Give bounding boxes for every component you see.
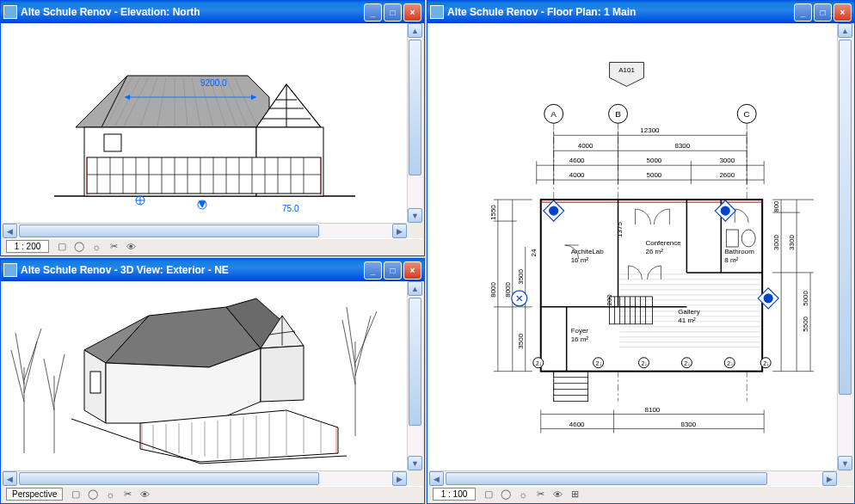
svg-line-57 <box>24 329 41 380</box>
floorplan-titlebar[interactable]: Alte Schule Renov - Floor Plan: 1 Main _… <box>428 1 854 23</box>
svg-line-65 <box>355 311 377 363</box>
svg-text:Bathroom: Bathroom <box>724 248 754 255</box>
svg-text:26 m²: 26 m² <box>645 248 663 255</box>
scroll-right-button[interactable]: ▶ <box>392 224 407 238</box>
svg-text:12300: 12300 <box>640 126 660 134</box>
scroll-left-button[interactable]: ◀ <box>3 224 17 238</box>
hscrollbar[interactable]: ◀ ▶ <box>429 470 837 486</box>
svg-text:B: B <box>615 109 621 119</box>
svg-text:C: C <box>744 109 750 119</box>
close-button[interactable]: × <box>403 261 421 280</box>
svg-line-60 <box>54 354 65 402</box>
svg-line-54 <box>11 350 24 402</box>
scroll-right-button[interactable]: ▶ <box>822 471 837 486</box>
svg-text:3500: 3500 <box>517 333 525 348</box>
svg-text:2↓: 2↓ <box>763 360 769 366</box>
crop-icon[interactable]: ✂ <box>121 489 133 501</box>
svg-text:2↓: 2↓ <box>536 360 542 366</box>
vscrollbar[interactable]: ▲ ▼ <box>407 281 422 470</box>
svg-text:2↓: 2↓ <box>727 360 733 366</box>
floorplan-statusbar: 1 : 100 ▢ ◯ ☼ ✂ 👁 ⊞ <box>429 486 852 501</box>
threed-viewport[interactable] <box>3 281 407 470</box>
minimize-button[interactable]: _ <box>364 3 382 22</box>
model-graphics-icon[interactable]: ▢ <box>483 489 495 501</box>
threed-window: Alte Schule Renov - 3D View: Exterior - … <box>0 258 425 504</box>
elevation-dim-level: 75.0 <box>282 204 298 213</box>
vscrollbar[interactable]: ▲ ▼ <box>837 23 852 470</box>
model-graphics-icon[interactable]: ▢ <box>56 241 68 253</box>
elevation-title: Alte Schule Renov - Elevation: North <box>21 6 364 18</box>
model-graphics-icon[interactable]: ▢ <box>70 489 82 501</box>
svg-line-59 <box>44 359 54 410</box>
elevation-viewport[interactable]: 9200.0 75.0 <box>3 23 407 223</box>
svg-text:5000: 5000 <box>802 290 809 305</box>
scroll-right-button[interactable]: ▶ <box>392 471 407 486</box>
reveal-icon[interactable]: ⊞ <box>569 489 581 501</box>
svg-text:2↓: 2↓ <box>641 360 647 366</box>
shadows-icon[interactable]: ☼ <box>104 489 116 501</box>
floorplan-scale[interactable]: 1 : 100 <box>433 488 476 501</box>
svg-text:800: 800 <box>772 200 780 212</box>
scroll-left-button[interactable]: ◀ <box>3 471 17 486</box>
svg-text:16 m²: 16 m² <box>571 256 589 264</box>
app-icon <box>3 263 17 277</box>
hidden-line-icon[interactable]: ◯ <box>500 489 512 501</box>
scroll-up-button[interactable]: ▲ <box>408 23 422 38</box>
crop-icon[interactable]: ✂ <box>534 489 546 501</box>
svg-marker-50 <box>199 201 206 207</box>
elevation-dim-width: 9200.0 <box>200 78 227 88</box>
hidden-line-icon[interactable]: ◯ <box>73 241 85 253</box>
svg-text:16 m²: 16 m² <box>571 335 589 343</box>
minimize-button[interactable]: _ <box>794 3 812 22</box>
scroll-left-button[interactable]: ◀ <box>429 471 444 486</box>
app-icon <box>430 5 444 19</box>
minimize-button[interactable]: _ <box>364 261 382 280</box>
svg-text:5500: 5500 <box>802 316 809 331</box>
elevation-titlebar[interactable]: Alte Schule Renov - Elevation: North _ □… <box>1 1 424 23</box>
svg-text:41 m²: 41 m² <box>678 317 696 324</box>
threed-statusbar: Perspective ▢ ◯ ☼ ✂ 👁 <box>3 486 422 501</box>
scroll-down-button[interactable]: ▼ <box>838 456 852 470</box>
vscrollbar[interactable]: ▲ ▼ <box>407 23 422 223</box>
svg-text:3000: 3000 <box>772 235 780 250</box>
threed-titlebar[interactable]: Alte Schule Renov - 3D View: Exterior - … <box>1 259 424 281</box>
threed-title: Alte Schule Renov - 3D View: Exterior - … <box>21 264 364 276</box>
svg-text:Conference: Conference <box>645 239 681 247</box>
hide-icon[interactable]: 👁 <box>551 489 563 501</box>
svg-text:8000: 8000 <box>489 281 497 297</box>
scroll-down-button[interactable]: ▼ <box>408 208 422 223</box>
scroll-up-button[interactable]: ▲ <box>408 281 422 296</box>
floorplan-title: Alte Schule Renov - Floor Plan: 1 Main <box>447 6 794 18</box>
elevation-statusbar: 1 : 200 ▢ ◯ ☼ ✂ 👁 <box>3 238 422 254</box>
hide-icon[interactable]: 👁 <box>125 241 137 253</box>
svg-text:3300: 3300 <box>788 235 796 250</box>
svg-text:24: 24 <box>530 249 538 256</box>
hscrollbar[interactable]: ◀ ▶ <box>3 470 407 486</box>
crop-icon[interactable]: ✂ <box>108 241 120 253</box>
scroll-down-button[interactable]: ▼ <box>408 456 422 470</box>
close-button[interactable]: × <box>403 3 421 22</box>
svg-marker-1 <box>76 76 269 127</box>
hidden-line-icon[interactable]: ◯ <box>87 489 99 501</box>
svg-text:4600: 4600 <box>569 421 585 428</box>
maximize-button[interactable]: □ <box>384 3 402 22</box>
svg-text:2↓: 2↓ <box>684 360 690 366</box>
svg-text:4000: 4000 <box>578 142 594 150</box>
threed-mode[interactable]: Perspective <box>6 488 63 501</box>
shadows-icon[interactable]: ☼ <box>517 489 529 501</box>
svg-text:5000: 5000 <box>647 157 662 164</box>
hscrollbar[interactable]: ◀ ▶ <box>3 223 407 238</box>
svg-line-64 <box>347 307 355 367</box>
maximize-button[interactable]: □ <box>384 261 402 280</box>
floorplan-window: Alte Schule Renov - Floor Plan: 1 Main _… <box>427 0 855 504</box>
shadows-icon[interactable]: ☼ <box>90 241 102 253</box>
svg-point-215 <box>721 206 729 215</box>
elevation-scale[interactable]: 1 : 200 <box>6 240 49 253</box>
svg-text:3000: 3000 <box>719 157 735 164</box>
scroll-up-button[interactable]: ▲ <box>838 23 852 38</box>
maximize-button[interactable]: □ <box>814 3 832 22</box>
hide-icon[interactable]: 👁 <box>138 489 151 501</box>
close-button[interactable]: × <box>833 3 852 22</box>
svg-text:200: 200 <box>606 294 613 306</box>
floorplan-viewport[interactable]: A101 A B C <box>429 23 837 470</box>
